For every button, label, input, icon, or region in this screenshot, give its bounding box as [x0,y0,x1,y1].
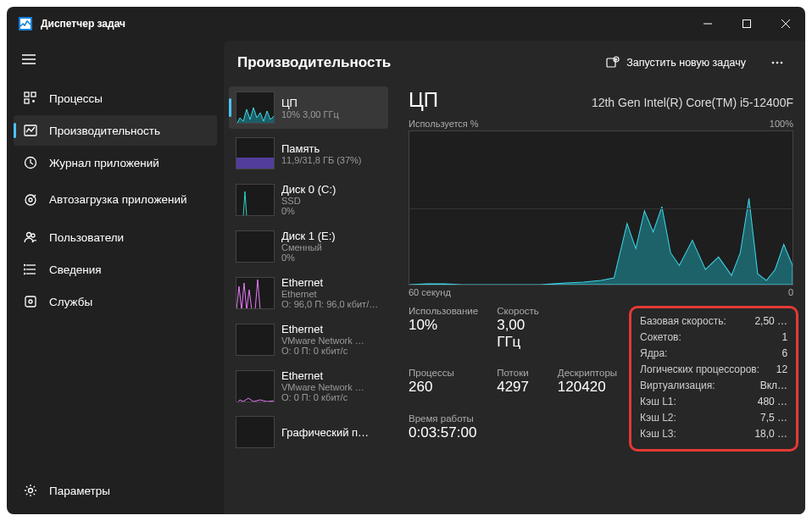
cpu-detail-pane: ЦП 12th Gen Intel(R) Core(TM) i5-12400F … [393,85,805,514]
resource-list[interactable]: ЦП10% 3,00 ГГц Память11,9/31,8 ГБ (37%) … [224,85,393,514]
sidebar: Процессы Производительность Журнал прило… [7,41,224,514]
close-button[interactable] [766,7,805,41]
maximize-button[interactable] [727,7,766,41]
resource-disk1[interactable]: Диск 1 (E:)Сменный0% [229,224,388,268]
mini-chart-eth1 [236,324,275,356]
app-title: Диспетчер задач [41,18,125,30]
svg-rect-3 [743,20,751,28]
resource-disk0[interactable]: Диск 0 (C:)SSD0% [229,178,388,221]
svg-marker-36 [236,108,275,124]
nav-details[interactable]: Сведения [14,254,217,285]
info-base-speed: 2,50 … [754,313,787,330]
mini-chart-cpu [236,91,275,124]
resource-cpu[interactable]: ЦП10% 3,00 ГГц [229,86,388,129]
svg-point-34 [776,62,779,64]
svg-rect-10 [31,92,36,97]
info-l2: 7,5 … [760,410,787,426]
stat-processes: 260 [409,379,478,396]
chart-y-label: Используется % [409,119,479,129]
titlebar: Диспетчер задач [7,7,805,41]
info-l3: 18,0 … [754,426,787,442]
nav-settings[interactable]: Параметры [14,475,217,506]
stat-handles: 120420 [558,379,617,396]
app-icon [19,17,32,30]
resource-ethernet0[interactable]: EthernetEthernetО: 96,0 П: 96,0 кбит/… [229,271,388,314]
svg-point-35 [781,62,783,64]
page-title: Производительность [237,54,391,71]
nav-performance[interactable]: Производительность [14,115,217,146]
mini-chart-memory [236,137,275,169]
content-header: Производительность Запустить новую задач… [224,41,805,85]
performance-icon [24,124,37,137]
list-icon [24,263,37,276]
grid-icon [24,91,37,105]
mini-chart-eth2 [236,370,275,402]
mini-chart-gpu [236,416,275,448]
chart-x-right: 0 [788,287,793,297]
more-button[interactable] [763,49,792,76]
info-l1: 480 … [758,394,787,410]
hamburger-button[interactable] [12,44,46,75]
minimize-button[interactable] [688,7,727,41]
svg-rect-26 [25,297,36,307]
svg-rect-9 [25,92,29,97]
nav-startup[interactable]: Автозагрузка приложений [14,180,217,220]
startup-icon [24,193,37,207]
resource-ethernet1[interactable]: EthernetVMware Network …О: 0 П: 0 кбит/с [229,318,388,361]
info-cores: 6 [781,346,787,362]
nav-services[interactable]: Службы [14,286,217,317]
info-logical: 12 [776,362,787,378]
gear-icon [24,484,37,497]
services-icon [24,295,37,308]
resource-gpu[interactable]: Графический п… [229,411,388,453]
resource-ethernet2[interactable]: EthernetVMware Network …О: 0 П: 0 кбит/с [229,364,388,407]
nav-processes[interactable]: Процессы [14,83,217,114]
svg-point-24 [24,269,25,269]
svg-point-28 [29,489,33,493]
cpu-usage-chart[interactable] [409,130,793,285]
users-icon [24,230,37,244]
info-virt: Вкл… [760,378,787,394]
stat-usage: 10% [409,317,478,334]
detail-title: ЦП [409,88,438,112]
svg-point-19 [31,234,35,237]
run-task-icon [606,56,620,69]
mini-chart-disk0 [236,184,275,216]
svg-point-25 [24,273,25,274]
svg-point-16 [29,198,32,202]
nav-users[interactable]: Пользователи [14,222,217,252]
svg-point-12 [33,101,35,103]
info-sockets: 1 [781,330,787,346]
mini-chart-eth0 [236,277,275,309]
cpu-info-box: Базовая скорость:2,50 … Сокетов:1 Ядра:6… [629,306,798,452]
chart-x-left: 60 секунд [409,287,451,297]
stat-uptime: 0:03:57:00 [409,424,617,441]
content-area: Производительность Запустить новую задач… [224,41,805,514]
resource-memory[interactable]: Память11,9/31,8 ГБ (37%) [229,132,388,175]
stat-speed: 3,00 ГГц [497,317,539,351]
cpu-model: 12th Gen Intel(R) Core(TM) i5-12400F [592,96,793,109]
svg-point-18 [27,233,31,237]
task-manager-window: Диспетчер задач Процессы Производительно… [7,7,805,514]
mini-chart-disk1 [236,230,275,263]
chart-y-max: 100% [770,119,793,129]
svg-marker-37 [409,198,793,285]
nav-app-history[interactable]: Журнал приложений [14,147,217,178]
window-controls [688,7,805,41]
svg-point-23 [24,264,25,265]
svg-rect-11 [25,99,29,103]
stat-threads: 4297 [497,379,539,396]
run-task-button[interactable]: Запустить новую задачу [596,51,756,75]
svg-point-27 [29,300,32,303]
history-icon [24,156,37,169]
svg-point-33 [772,62,775,64]
cpu-stats-grid: Использование10% Скорость3,00 ГГц Процес… [409,306,617,452]
